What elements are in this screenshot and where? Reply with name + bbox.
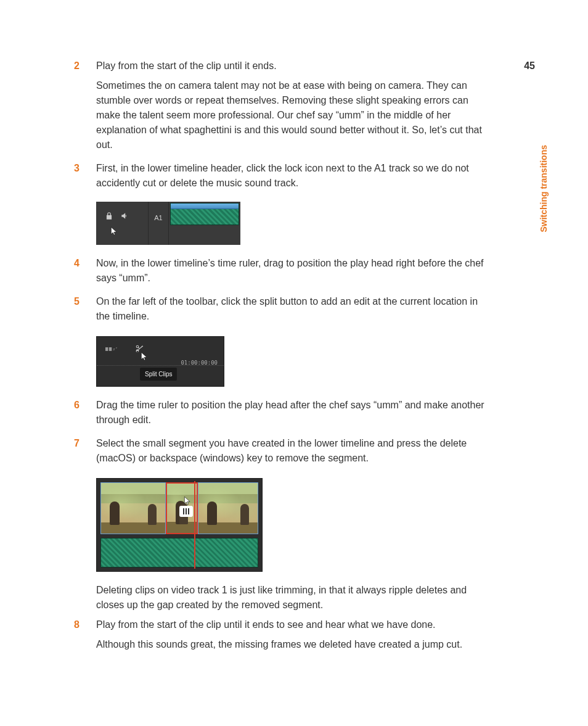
track-label: A1 — [148, 202, 169, 245]
step-8: 8 Play from the start of the clip until … — [74, 617, 493, 657]
playhead — [194, 481, 195, 569]
step-number: 6 — [74, 398, 96, 432]
timeline-ruler — [97, 365, 224, 366]
step-text: Sometimes the on camera talent may not b… — [96, 78, 493, 152]
timecode-label: 01:00:00:00 — [181, 359, 218, 368]
section-side-label: Switching transitions — [537, 145, 550, 233]
tooltip: Split Clips — [140, 368, 177, 381]
cursor-icon — [110, 225, 118, 236]
step-number: 5 — [74, 294, 96, 329]
step-text: First, in the lower timeline header, cli… — [96, 161, 493, 191]
step-text: Select the small segment you have create… — [96, 436, 493, 466]
figure-split-clips: zz 01:00:00:00 Split Clips — [96, 336, 224, 387]
step-text: Although this sounds great, the missing … — [96, 637, 493, 652]
video-clip — [198, 482, 258, 534]
step-text: On the far left of the toolbar, click th… — [96, 294, 493, 324]
lock-icon — [105, 212, 113, 220]
step-text: Drag the time ruler to position the play… — [96, 398, 493, 427]
audio-track — [100, 538, 258, 567]
step-6: 6 Drag the time ruler to position the pl… — [74, 398, 493, 432]
audio-waveform — [170, 203, 239, 225]
step-2: 2 Play from the start of the clip until … — [74, 59, 493, 157]
body-text: Deleting clips on video track 1 is just … — [96, 583, 493, 613]
speaker-icon — [120, 212, 129, 220]
figure-lock-track: A1 — [96, 202, 240, 245]
snap-icon: zz — [105, 345, 119, 353]
step-number: 2 — [74, 59, 96, 157]
video-clip — [100, 482, 166, 534]
step-number: 3 — [74, 161, 96, 196]
page-number: 45 — [524, 59, 535, 73]
step-3: 3 First, in the lower timeline header, c… — [74, 161, 493, 196]
step-5: 5 On the far left of the toolbar, click … — [74, 294, 493, 329]
step-number: 4 — [74, 256, 96, 291]
step-number: 8 — [74, 617, 96, 657]
svg-text:z: z — [113, 347, 115, 351]
svg-rect-1 — [109, 347, 112, 351]
step-text: Play from the start of the clip until it… — [96, 617, 493, 632]
cursor-icon — [183, 495, 192, 506]
svg-text:z: z — [116, 346, 118, 349]
step-number: 7 — [74, 436, 96, 471]
cursor-icon — [140, 350, 149, 361]
trim-handle-icon — [179, 506, 193, 517]
page-content: 2 Play from the start of the clip until … — [74, 59, 493, 657]
step-4: 4 Now, in the lower timeline’s time rule… — [74, 256, 493, 291]
step-7: 7 Select the small segment you have crea… — [74, 436, 493, 471]
svg-rect-0 — [105, 347, 108, 351]
step-text: Play from the start of the clip until it… — [96, 59, 493, 73]
step-text: Now, in the lower timeline’s time ruler,… — [96, 256, 493, 286]
figure-timeline-segment — [96, 478, 263, 572]
